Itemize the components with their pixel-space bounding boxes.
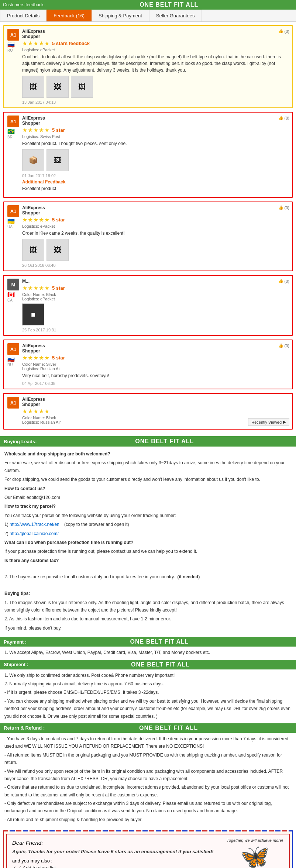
review-date: 26 Oct 2016 06:40 [22, 263, 289, 268]
buying-leads-header: Buying Leads: ONE BELT FIT ALL [0, 436, 296, 447]
stars-label: 5 star [52, 127, 65, 133]
country-label: RU [7, 363, 19, 367]
buying-leads-label: Buying Leads: [4, 439, 37, 444]
logistics: Logistics: ePacket [22, 297, 289, 301]
buying-leads-p13: 2. The buyers are responsible for all cu… [4, 573, 292, 581]
buying-leads-p14: Buying tips: [4, 590, 292, 597]
review-card: 👍 (0) A1 🇷🇺 RU AliExpressShopper ★★★★★ 5… [3, 340, 293, 389]
review-card: 👍 (0) A1 🇧🇷 BR AliExpressShopper ★★★★★ 5… [3, 112, 293, 198]
review-date: 04 Apr 2017 06:38 [22, 381, 289, 386]
shipment-brand: ONE BELT FIT ALL [28, 661, 292, 668]
reviewer-name: AliExpressShopper [22, 343, 289, 354]
stars-label: 5 star [52, 217, 65, 223]
recently-viewed-button[interactable]: Recently Viewed ▶ [248, 418, 289, 426]
return-refund-section: Return & Refund : ONE BELT FIT ALL - You… [0, 723, 296, 827]
review-image: 🖼 [22, 76, 44, 98]
color-name: Color Name: Black [22, 292, 289, 297]
tabs-bar: Product Details Feedback (16) Shipping &… [0, 10, 296, 22]
like-button[interactable]: 👍 (0) [278, 205, 289, 210]
feedback-section: 👍 (0) A1 🇷🇺 RU AliExpressShopper ★★★★★ 5… [0, 22, 296, 436]
logistics: Logistics: Russian Air [22, 366, 289, 371]
review-image: 🖼 [47, 239, 69, 261]
flag-icon: 🇷🇺 [7, 356, 19, 363]
shipment-line-1: 1. We only ship to confirmed order addre… [4, 672, 292, 679]
buying-leads-section: Buying Leads: ONE BELT FIT ALL Wholesale… [0, 436, 296, 637]
country-label: BR [7, 135, 19, 139]
stars-label: 5 stars feedback [52, 41, 90, 46]
tab-product-details[interactable]: Product Details [0, 10, 47, 21]
avatar: A1 [7, 397, 19, 409]
tab-seller-guarantees[interactable]: Seller Guarantees [149, 10, 202, 21]
stars-label: 5 star [52, 355, 65, 361]
thank-you-card: Dear Friend: Again, Thanks for your orde… [3, 830, 293, 868]
reviewer-name: AliExpressShopper [22, 116, 289, 126]
like-count: (0) [285, 29, 289, 34]
return-line-3: - We will refund you only upon receipt o… [4, 768, 292, 783]
review-card: 👍 (0) A1 🇷🇺 RU AliExpressShopper ★★★★★ 5… [3, 25, 293, 108]
tab-feedback[interactable]: Feedback (16) [47, 10, 92, 21]
payment-section: Payment : ONE BELT FIT ALL 1. We accept … [0, 637, 296, 659]
review-image: 🖼 [47, 76, 69, 98]
reviewer-name: AliExpressShopper [22, 205, 289, 216]
shipment-line-2: 2. Normally shipping via post airmail, d… [4, 680, 292, 688]
return-line-1: - You have 3 days to contact us and 7 da… [4, 735, 292, 750]
return-brand: ONE BELT FIT ALL [45, 725, 292, 731]
flag-icon: 🇷🇺 [7, 41, 19, 48]
like-count: (0) [285, 206, 289, 210]
shipment-line-3: - If it is urgent, please choose EMS/DHL… [4, 689, 292, 696]
like-count: (0) [285, 116, 289, 120]
buying-leads-p12: Is there any customs tax? [4, 557, 292, 564]
country-label: UA [7, 225, 19, 229]
review-image: 📦 [22, 149, 44, 171]
buying-leads-p7: You can track your parcel on the followi… [4, 512, 292, 519]
shipment-section: Shipment : ONE BELT FIT ALL 1. We only s… [0, 660, 296, 723]
buying-leads-p2: For wholesale, we will offer discount or… [4, 459, 292, 474]
avatar: M [7, 279, 19, 290]
review-text: Very nice belt, horoshy prodovets. sovet… [22, 372, 289, 379]
buying-leads-p3: For drop shipping, we could send the goo… [4, 476, 292, 483]
payment-text: 1. We accept Alipay, Escrow, West Union,… [4, 649, 292, 656]
star-rating: ★★★★★ [22, 354, 50, 361]
shipment-line-4: - You can choose any shipping method whe… [4, 698, 292, 720]
review-card: 👍 (0) M 🇨🇦 CA M... ★★★★★ 5 star Color Na… [3, 275, 293, 336]
buying-leads-p16: 2. As this is fashion item and also due … [4, 615, 292, 623]
track-link-1[interactable]: http://www.17track.net/en [10, 522, 59, 527]
review-images: ■ [22, 303, 289, 326]
header-brand: ONE BELT FIT ALL [45, 1, 293, 8]
additional-feedback-label: Additional Feedback [22, 179, 289, 185]
flag-icon: 🇺🇦 [7, 218, 19, 225]
payment-brand: ONE BELT FIT ALL [27, 638, 292, 645]
thumbs-up-icon: 👍 [278, 343, 283, 348]
logistics: Logistics: ePacket [22, 48, 289, 52]
review-text: Excellent product. I bought two pieces. … [22, 140, 289, 147]
buying-leads-p4: How to contact us? [4, 485, 292, 492]
buying-leads-p17: If you mind, please don't buy. [4, 624, 292, 632]
return-label: Return & Refund : [4, 725, 45, 731]
thumbs-up-icon: 👍 [278, 205, 283, 210]
return-content: - You have 3 days to contact us and 7 da… [0, 733, 296, 827]
like-button[interactable]: 👍 (0) [278, 29, 289, 34]
review-image: 🖼 [71, 76, 93, 98]
color-name: Color Name: Silver [22, 362, 289, 366]
recently-viewed-label: Recently Viewed [251, 420, 282, 424]
return-line-4: - Orders that are returned to us due to … [4, 783, 292, 799]
butterfly-area: Together, we will achieve more! 🦋 Thank … [227, 838, 283, 868]
review-image: ■ [22, 303, 44, 326]
like-count: (0) [285, 279, 289, 283]
star-rating: ★★★★★ [22, 408, 50, 415]
avatar: A1 [7, 116, 19, 127]
review-date: 13 Jan 2017 04:13 [22, 100, 289, 104]
like-button[interactable]: 👍 (0) [278, 343, 289, 348]
buying-leads-p10: What can I do when purchase protection t… [4, 539, 292, 546]
return-line-2: - All returned items MUST BE in the orig… [4, 751, 292, 767]
tab-shipping-payment[interactable]: Shipping & Payment [92, 10, 149, 21]
together-text: Together, we will achieve more! [227, 838, 283, 843]
review-date: 25 Feb 2017 19:31 [22, 328, 289, 332]
like-button[interactable]: 👍 (0) [278, 279, 289, 283]
like-button[interactable]: 👍 (0) [278, 116, 289, 120]
return-line-5: - Only defective merchandises are subjec… [4, 800, 292, 815]
return-header: Return & Refund : ONE BELT FIT ALL [0, 723, 296, 733]
track-link-2[interactable]: http://global.cainiao.com/ [10, 531, 59, 536]
buying-leads-p5: Our Email: edbltd@126.com [4, 494, 292, 501]
star-rating: ★★★★★ [22, 216, 50, 223]
